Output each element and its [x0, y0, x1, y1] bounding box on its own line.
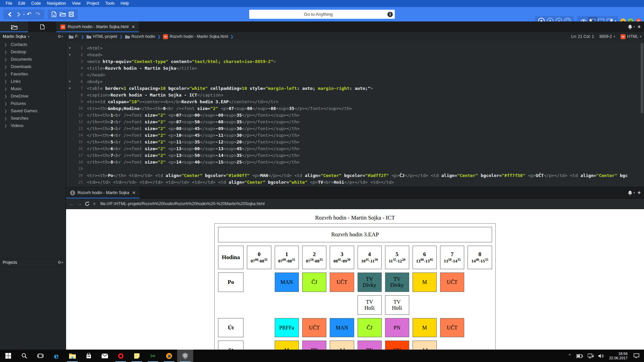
notifications-bell-icon[interactable]: [628, 24, 633, 29]
taskbar-store-button[interactable]: [80, 350, 97, 362]
start-icon: [5, 353, 11, 359]
code-line-text: </th><th>1<br /><font size="2" <p>07<sup…: [87, 112, 300, 119]
sidebar-item-music[interactable]: ❯Music: [0, 85, 66, 93]
subject-cell: PN: [302, 341, 326, 350]
forward-button[interactable]: [14, 10, 23, 19]
places-panel-tab[interactable]: [0, 21, 28, 32]
menu-item-navigation[interactable]: Navigation: [44, 0, 69, 7]
places-header[interactable]: Martin Sojka ▾ ⚙▾: [0, 32, 66, 41]
menu-item-help[interactable]: Help: [118, 0, 132, 7]
menu-item-code[interactable]: Code: [28, 0, 44, 7]
status-encoding[interactable]: 8859-2▾: [599, 34, 615, 39]
period-header-cell: 41045-1130: [358, 246, 382, 269]
sidebar-item-pictures[interactable]: ❯Pictures: [0, 100, 66, 107]
sidebar-item-searches[interactable]: ❯Searches: [0, 115, 66, 122]
status-language[interactable]: <>HTML▾: [621, 34, 641, 39]
code-editor[interactable]: ▼1<html>▼2<head>3<meta http-equiv="Conte…: [66, 41, 644, 187]
period-header-cell: 10700-0835: [275, 246, 299, 269]
preview-refresh-icon[interactable]: [85, 201, 90, 206]
taskbar-start-button[interactable]: [0, 350, 16, 362]
volume-icon[interactable]: [598, 354, 604, 358]
history-dropdown-icon[interactable]: ▾: [23, 13, 25, 16]
breadcrumb-item[interactable]: Rozvrh hodin: [125, 34, 155, 39]
taskbar-clock[interactable]: 18:5622.06.2017: [609, 352, 628, 360]
edge-icon: e: [54, 352, 59, 360]
taskbar-search-button[interactable]: [16, 350, 32, 362]
menu-item-view[interactable]: View: [69, 0, 84, 7]
fold-gutter: [66, 179, 73, 186]
sidebar-item-favorites[interactable]: ❯Favorites: [0, 70, 66, 78]
places-gear-icon[interactable]: ⚙▾: [58, 34, 63, 39]
redo-button[interactable]: ↷: [34, 10, 42, 19]
windows-taskbar: e✂⌃18:5622.06.2017: [0, 350, 644, 362]
taskbar-snipping-tool-button[interactable]: ✂: [145, 350, 161, 362]
network-icon[interactable]: [588, 354, 594, 358]
subject-cell: PN: [385, 318, 409, 337]
taskbar-sticky-notes-button[interactable]: [129, 350, 145, 362]
taskbar-komodo-button[interactable]: [177, 350, 193, 362]
taskbar-firefox-button[interactable]: [161, 350, 177, 362]
breadcrumb-item[interactable]: <>Rozvrh hodin - Martin Sojka.html: [163, 34, 228, 39]
save-button[interactable]: [67, 10, 76, 19]
info-icon[interactable]: i: [387, 12, 393, 17]
editor-scrollbar[interactable]: [641, 43, 643, 113]
places-dropdown-icon[interactable]: ▾: [28, 35, 29, 38]
firefox-icon: [166, 353, 172, 359]
close-tab-icon[interactable]: ✕: [131, 24, 135, 29]
breadcrumb-item[interactable]: HTML-projekt: [87, 34, 117, 39]
back-button[interactable]: [5, 10, 14, 19]
code-line: 14</th><th>4<br /><font size="2" <p>10<s…: [66, 132, 644, 139]
tray-expand-icon[interactable]: ⌃: [568, 353, 572, 358]
taskbar-edge-button[interactable]: e: [48, 350, 64, 362]
breadcrumb-label: HTML-projekt: [93, 34, 117, 39]
sidebar-item-desktop[interactable]: ❯Desktop: [0, 48, 66, 56]
new-tab-icon[interactable]: +: [638, 24, 641, 30]
sidebar-item-saved-games[interactable]: ❯Saved Games: [0, 107, 66, 115]
preview-stop-icon[interactable]: ✕: [93, 201, 96, 206]
preview-back-icon[interactable]: ←: [69, 201, 74, 206]
hour-corner-cell: Hodina: [218, 246, 244, 269]
line-number: 15: [73, 139, 87, 145]
preview-forward-icon[interactable]: →: [77, 201, 82, 206]
editor-tab[interactable]: <> Rozvrh hodin - Martin Sojka.html ✕: [56, 21, 139, 32]
undo-button[interactable]: ↶: [25, 10, 34, 19]
notifications-dropdown-icon[interactable]: ▾: [633, 25, 635, 28]
menu-item-file[interactable]: File: [3, 0, 15, 7]
taskbar-file-explorer-button[interactable]: [64, 350, 80, 362]
new-file-button[interactable]: [50, 10, 58, 19]
breadcrumb-item[interactable]: F:: [69, 34, 79, 39]
menu-item-tools[interactable]: Tools: [102, 0, 118, 7]
go-to-anything-input[interactable]: [249, 11, 387, 17]
sidebar-item-links[interactable]: ❯Links: [0, 78, 66, 85]
fold-marker-icon[interactable]: ▼: [66, 45, 73, 52]
sidebar-item-videos[interactable]: ❯Videos: [0, 122, 66, 129]
sidebar-item-downloads[interactable]: ❯Downloads: [0, 63, 66, 70]
taskbar-task-view-button[interactable]: [32, 350, 48, 362]
menu-item-project[interactable]: Project: [84, 0, 102, 7]
menu-item-edit[interactable]: Edit: [15, 0, 28, 7]
preview-new-tab-icon[interactable]: +: [638, 190, 641, 196]
sidebar-item-documents[interactable]: ❯Documents: [0, 56, 66, 63]
preview-bell-dropdown-icon[interactable]: ▾: [633, 191, 635, 194]
open-files-panel-tab[interactable]: [28, 21, 56, 32]
status-line-col[interactable]: Ln: 21 Col: 1: [571, 34, 594, 39]
preview-bell-icon[interactable]: [628, 190, 633, 195]
taskbar-mail-button[interactable]: [97, 350, 113, 362]
projects-gear-icon[interactable]: ⚙▾: [58, 260, 63, 265]
fold-marker-icon[interactable]: ▼: [66, 78, 73, 85]
open-file-button[interactable]: [58, 10, 67, 19]
action-center-icon[interactable]: [634, 353, 639, 358]
sidebar-item-contacts[interactable]: ❯Contacts: [0, 41, 66, 48]
preview-close-icon[interactable]: ✕: [132, 190, 136, 195]
mail-icon: [102, 354, 108, 358]
battery-icon[interactable]: [576, 354, 583, 358]
sidebar-item-onedrive[interactable]: ❯OneDrive: [0, 93, 66, 100]
line-number: 7: [73, 85, 87, 92]
preview-url[interactable]: file:///F:/HTML-projekt/Rozvrh%20hodin/R…: [100, 201, 265, 206]
taskbar-opera-button[interactable]: [113, 350, 129, 362]
preview-tab[interactable]: Rozvrh hodin - Martin Sojka ✕: [66, 187, 140, 198]
projects-header[interactable]: Projects ⚙▾: [0, 258, 66, 267]
fold-marker-icon[interactable]: ▼: [66, 85, 73, 92]
fold-marker-icon[interactable]: ▼: [66, 52, 73, 58]
sidebar-item-label: Searches: [11, 116, 29, 121]
